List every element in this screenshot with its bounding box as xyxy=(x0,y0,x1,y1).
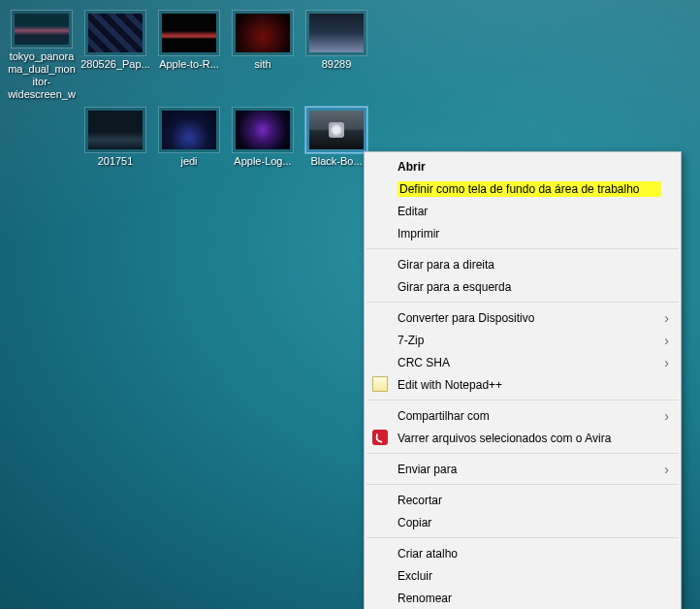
thumbnail-image xyxy=(15,14,69,45)
desktop-icon[interactable]: Black-Bo... xyxy=(301,101,372,198)
context-menu-item[interactable]: Abrir xyxy=(365,155,681,177)
desktop-icon-label: sith xyxy=(254,58,270,71)
menu-separator xyxy=(366,453,679,454)
desktop-icon-label: Black-Bo... xyxy=(310,155,362,168)
context-menu-item[interactable]: Varrer arquivos selecionados com o Avira xyxy=(365,427,681,449)
chevron-right-icon: › xyxy=(664,333,669,348)
context-menu-label: Compartilhar com xyxy=(398,409,664,423)
context-menu-item[interactable]: Girar para a direita xyxy=(365,253,681,275)
context-menu-label: CRC SHA xyxy=(398,356,664,369)
thumbnail-frame xyxy=(232,10,294,56)
context-menu: AbrirDefinir como tela de fundo da área … xyxy=(364,151,682,609)
context-menu-item[interactable]: Imprimir xyxy=(365,222,681,244)
thumbnail-frame xyxy=(158,107,220,153)
context-menu-label: Editar xyxy=(398,205,661,218)
thumbnail-image xyxy=(162,14,216,52)
menu-separator xyxy=(366,537,679,538)
thumbnail-image xyxy=(309,111,364,149)
context-menu-label: Girar para a direita xyxy=(398,258,661,272)
context-menu-label: Excluir xyxy=(398,569,661,583)
notepad-icon xyxy=(372,376,388,392)
context-menu-label: Copiar xyxy=(398,516,661,529)
desktop-icon[interactable]: 280526_Pap... xyxy=(80,4,151,101)
thumbnail-frame xyxy=(84,10,146,56)
context-menu-label: 7-Zip xyxy=(398,334,664,347)
context-menu-label: Enviar para xyxy=(398,463,664,476)
desktop[interactable]: tokyo_panorama_dual_monitor-widescreen_w… xyxy=(0,0,700,609)
context-menu-item[interactable]: Copiar xyxy=(365,511,681,533)
desktop-icon-label: 280526_Pap... xyxy=(80,58,150,71)
desktop-icon-label: 201751 xyxy=(98,155,134,168)
menu-separator xyxy=(366,248,679,249)
context-menu-label: Abrir xyxy=(398,160,661,174)
chevron-right-icon: › xyxy=(664,462,669,477)
desktop-icon-label: jedi xyxy=(180,155,197,168)
chevron-right-icon: › xyxy=(664,355,669,370)
thumbnail-image xyxy=(309,14,364,52)
menu-separator xyxy=(366,400,679,401)
context-menu-label: Definir como tela de fundo da área de tr… xyxy=(398,181,661,197)
desktop-icon[interactable]: 201751 xyxy=(80,101,151,198)
thumbnail-image xyxy=(88,111,143,149)
context-menu-item[interactable]: Excluir xyxy=(365,564,681,587)
chevron-right-icon: › xyxy=(664,408,669,424)
chevron-right-icon: › xyxy=(664,310,669,326)
context-menu-item[interactable]: CRC SHA› xyxy=(365,351,681,373)
context-menu-label: Recortar xyxy=(398,494,661,507)
thumbnail-frame xyxy=(158,10,220,56)
desktop-icon-label: Apple-to-R... xyxy=(159,58,219,71)
context-menu-label: Renomear xyxy=(398,592,661,605)
context-menu-label: Imprimir xyxy=(398,227,661,240)
context-menu-item[interactable]: Definir como tela de fundo da área de tr… xyxy=(365,177,681,200)
thumbnail-image xyxy=(88,14,143,52)
context-menu-item[interactable]: Girar para a esquerda xyxy=(365,275,681,298)
context-menu-item[interactable]: Compartilhar com› xyxy=(365,404,681,427)
thumbnail-frame xyxy=(305,107,367,153)
context-menu-item[interactable]: 7-Zip› xyxy=(365,329,681,351)
context-menu-label: Converter para Dispositivo xyxy=(398,311,664,325)
desktop-icon[interactable]: sith xyxy=(227,4,299,101)
context-menu-item[interactable]: Enviar para› xyxy=(365,458,681,480)
desktop-icon-label: tokyo_panorama_dual_monitor-widescreen_w… xyxy=(7,50,77,101)
context-menu-item[interactable]: Editar xyxy=(365,200,681,222)
desktop-icon[interactable]: Apple-Log... xyxy=(227,101,299,198)
thumbnail-image xyxy=(162,111,216,149)
desktop-icon[interactable]: jedi xyxy=(153,101,225,198)
desktop-icons-grid: tokyo_panorama_dual_monitor-widescreen_w… xyxy=(6,4,372,198)
desktop-icon[interactable]: Apple-to-R... xyxy=(153,4,225,101)
thumbnail-image xyxy=(236,14,290,52)
thumbnail-image xyxy=(236,111,290,149)
context-menu-label: Girar para a esquerda xyxy=(398,280,661,294)
desktop-icon-label: Apple-Log... xyxy=(234,155,291,168)
thumbnail-frame xyxy=(232,107,294,153)
context-menu-item[interactable]: Criar atalho xyxy=(365,542,681,564)
avira-icon xyxy=(372,430,388,445)
menu-separator xyxy=(366,302,679,303)
thumbnail-frame xyxy=(11,10,73,48)
context-menu-item[interactable]: Converter para Dispositivo› xyxy=(365,306,681,329)
thumbnail-frame xyxy=(84,107,146,153)
desktop-icon[interactable]: tokyo_panorama_dual_monitor-widescreen_w… xyxy=(6,4,78,101)
context-menu-label: Varrer arquivos selecionados com o Avira xyxy=(398,432,661,445)
context-menu-label: Criar atalho xyxy=(398,547,661,561)
context-menu-item[interactable]: Edit with Notepad++ xyxy=(365,373,681,396)
context-menu-item[interactable]: Recortar xyxy=(365,489,681,511)
desktop-icon-label: 89289 xyxy=(322,58,352,71)
thumbnail-frame xyxy=(305,10,367,56)
context-menu-label: Edit with Notepad++ xyxy=(398,378,661,392)
menu-separator xyxy=(366,484,679,485)
context-menu-item[interactable]: Renomear xyxy=(365,587,681,609)
desktop-icon[interactable]: 89289 xyxy=(301,4,372,101)
